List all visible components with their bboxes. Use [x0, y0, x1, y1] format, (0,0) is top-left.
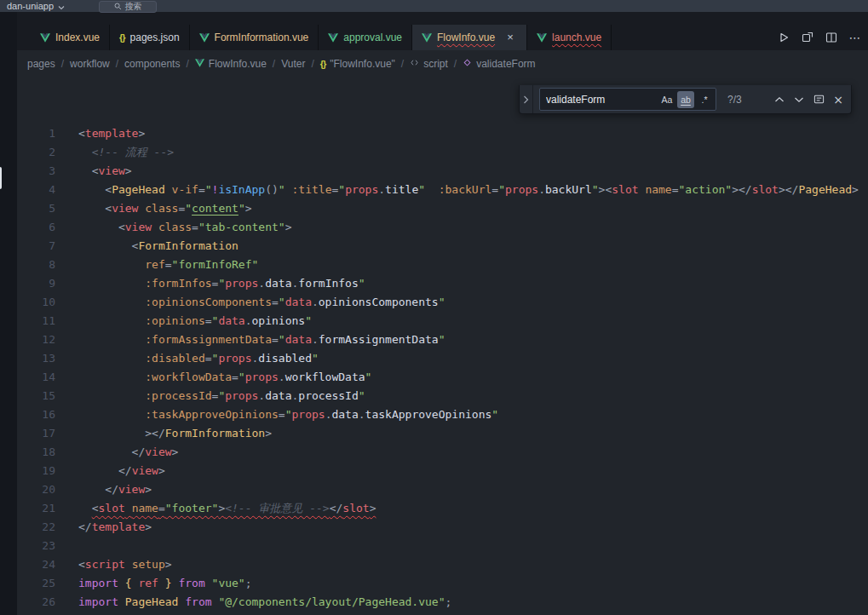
- find-in-selection-button[interactable]: [810, 91, 827, 108]
- breadcrumb-separator: /: [401, 58, 404, 70]
- editor-code[interactable]: 1<template>2 <!-- 流程 -->3 <view>4 <PageH…: [17, 124, 868, 612]
- editor-pane[interactable]: Aa ab .* ?/3 × 1<template>2 <!-- 流程 -->3…: [17, 77, 868, 615]
- line-number[interactable]: 6: [17, 218, 55, 237]
- previous-match-button[interactable]: [771, 91, 788, 108]
- code-line[interactable]: 17 ></FormInformation>: [17, 424, 868, 443]
- line-number[interactable]: 4: [17, 181, 55, 199]
- code-line[interactable]: 11 :opinions="data.opinions": [17, 312, 868, 330]
- line-number[interactable]: 1: [17, 124, 55, 143]
- line-number[interactable]: 19: [17, 462, 55, 480]
- breadcrumb-item-validateform[interactable]: validateForm: [463, 58, 535, 70]
- code-line[interactable]: 5 <view class="content">: [17, 199, 868, 218]
- line-number[interactable]: 13: [17, 349, 55, 368]
- breadcrumb-item-workflow[interactable]: workflow: [70, 58, 110, 70]
- breadcrumb-item-vuter[interactable]: Vuter: [281, 58, 305, 70]
- open-preview-icon: [802, 32, 813, 43]
- breadcrumb-item-pages[interactable]: pages: [27, 58, 55, 70]
- code-line[interactable]: 2 <!-- 流程 -->: [17, 143, 868, 162]
- line-number[interactable]: 9: [17, 274, 55, 293]
- code-line[interactable]: 7 <FormInformation: [17, 237, 868, 256]
- line-number[interactable]: 2: [17, 143, 55, 162]
- symbol-script-icon: [410, 58, 419, 70]
- line-number[interactable]: 21: [17, 499, 55, 518]
- code-line[interactable]: 24<script setup>: [17, 555, 868, 574]
- next-match-button[interactable]: [790, 91, 808, 108]
- breadcrumb-separator: /: [61, 58, 64, 70]
- line-number[interactable]: 12: [17, 330, 55, 349]
- run-button[interactable]: [774, 28, 793, 47]
- code-line[interactable]: 15 :processId="props.data.processId": [17, 387, 868, 405]
- code-line[interactable]: 23: [17, 537, 868, 555]
- line-number[interactable]: 24: [17, 555, 55, 574]
- line-number[interactable]: 17: [17, 424, 55, 443]
- code-line[interactable]: 3 <view>: [17, 162, 868, 181]
- code-line[interactable]: 26import PageHead from "@/components/lay…: [17, 593, 868, 612]
- code-line[interactable]: 21 <slot name="footer"><!-- 审批意见 --></sl…: [17, 499, 868, 518]
- line-number[interactable]: 23: [17, 537, 55, 555]
- tab-label: Index.vue: [55, 32, 100, 43]
- whole-word-button[interactable]: ab: [677, 91, 694, 108]
- code-line[interactable]: 10 :opinionsComponents="data.opinionsCom…: [17, 293, 868, 312]
- open-preview-button[interactable]: [798, 28, 817, 47]
- code-line[interactable]: 9 :formInfos="props.data.formInfos": [17, 274, 868, 293]
- tab-label: approval.vue: [343, 32, 402, 43]
- code-line[interactable]: 6 <view class="tab-content">: [17, 218, 868, 237]
- app-menu-button[interactable]: dan-uniapp: [0, 0, 72, 12]
- line-number[interactable]: 20: [17, 480, 55, 499]
- breadcrumb-item-components[interactable]: components: [124, 58, 180, 70]
- tab-list: Index.vue { } pages.json FormInformation…: [31, 25, 612, 50]
- tab-pages-json[interactable]: { } pages.json: [110, 25, 190, 50]
- close-icon[interactable]: ×: [830, 91, 847, 108]
- toggle-replace-button[interactable]: [520, 85, 533, 113]
- code-line[interactable]: 1<template>: [17, 124, 868, 143]
- code-line[interactable]: 22</template>: [17, 518, 868, 537]
- vue-icon: [199, 33, 210, 43]
- code-line[interactable]: 14 :workflowData="props.workflowData": [17, 368, 868, 387]
- code-line[interactable]: 18 </view>: [17, 443, 868, 462]
- line-number[interactable]: 8: [17, 256, 55, 274]
- code-line[interactable]: 12 :formAssignmentData="data.formAssignm…: [17, 330, 868, 349]
- breadcrumb-item-file[interactable]: FlowInfo.vue: [195, 58, 267, 70]
- tab-launch-vue[interactable]: launch.vue: [527, 25, 612, 50]
- tab-forminformation-vue[interactable]: FormInformation.vue: [190, 25, 319, 50]
- code-line[interactable]: 16 :taskApproveOpinions="props.data.task…: [17, 405, 868, 424]
- more-actions-button[interactable]: ⋯: [846, 28, 865, 47]
- active-view-indicator: [0, 167, 2, 189]
- line-number[interactable]: 26: [17, 593, 55, 612]
- close-icon[interactable]: ×: [503, 31, 517, 44]
- breadcrumb-separator: /: [273, 58, 275, 70]
- find-input-box: Aa ab .*: [539, 88, 716, 111]
- line-number[interactable]: 15: [17, 387, 55, 405]
- play-icon: [778, 32, 790, 43]
- app-name: dan-uniapp: [7, 1, 54, 11]
- tab-flowinfo-vue[interactable]: FlowInfo.vue ×: [412, 25, 527, 50]
- line-number[interactable]: 5: [17, 199, 55, 218]
- code-line[interactable]: 25import { ref } from "vue";: [17, 574, 868, 593]
- code-line[interactable]: 13 :disabled="props.disabled": [17, 349, 868, 368]
- line-number[interactable]: 7: [17, 237, 55, 256]
- line-number[interactable]: 25: [17, 574, 55, 593]
- breadcrumb-item-script[interactable]: script: [410, 58, 448, 70]
- code-line[interactable]: 20 </view>: [17, 480, 868, 499]
- line-number[interactable]: 18: [17, 443, 55, 462]
- editor-tab-bar: Index.vue { } pages.json FormInformation…: [17, 12, 868, 50]
- find-input[interactable]: [546, 94, 657, 106]
- tab-approval-vue[interactable]: approval.vue: [319, 25, 412, 50]
- global-search-button[interactable]: 搜索: [99, 1, 157, 13]
- code-line[interactable]: 8 ref="formInfoRef": [17, 256, 868, 274]
- breadcrumb-item-sfc-name[interactable]: { } "FlowInfo.vue": [320, 58, 395, 70]
- line-number[interactable]: 16: [17, 405, 55, 424]
- line-number[interactable]: 3: [17, 162, 55, 181]
- code-line[interactable]: 19 </view>: [17, 462, 868, 480]
- editor-actions: ⋯: [773, 25, 866, 50]
- line-number[interactable]: 10: [17, 293, 55, 312]
- line-number[interactable]: 22: [17, 518, 55, 537]
- line-number[interactable]: 11: [17, 312, 55, 330]
- split-editor-button[interactable]: [822, 28, 841, 47]
- code-line[interactable]: 4 <PageHead v-if="!isInApp()" :title="pr…: [17, 181, 868, 199]
- regex-button[interactable]: .*: [696, 91, 713, 108]
- match-case-button[interactable]: Aa: [658, 91, 675, 108]
- line-number[interactable]: 14: [17, 368, 55, 387]
- tab-index-vue[interactable]: Index.vue: [31, 25, 110, 50]
- breadcrumb-separator: /: [454, 58, 457, 70]
